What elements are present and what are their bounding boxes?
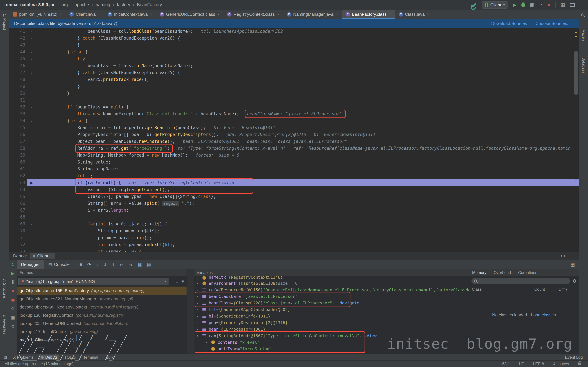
coverage-icon[interactable]: ▣ xyxy=(530,2,535,7)
monitor-icon[interactable] xyxy=(570,3,575,7)
layout-settings-icon[interactable]: ▦ xyxy=(571,262,575,267)
breadcrumb-item[interactable]: apache xyxy=(75,2,89,7)
variable-row[interactable]: ▸pda = {PropertyDescriptor[2]@1316} xyxy=(194,319,469,326)
expand-chevron-icon[interactable]: ▸ xyxy=(197,321,202,325)
tab-debugger[interactable]: Debugger xyxy=(17,260,44,269)
toolwindow-button[interactable]: TODO xyxy=(62,355,78,360)
editor-tab[interactable]: CClass.java× xyxy=(395,10,433,19)
expand-chevron-icon[interactable]: ▸ xyxy=(197,276,202,280)
force-step-into-icon[interactable]: ↧ xyxy=(103,262,107,267)
fold-marker-icon[interactable]: ∨ xyxy=(27,69,36,76)
fold-marker-icon[interactable]: ∨ xyxy=(27,49,36,55)
breadcrumb-item[interactable]: naming xyxy=(96,2,110,7)
tab-close-icon[interactable]: × xyxy=(217,12,220,17)
close-icon[interactable]: × xyxy=(50,254,53,258)
search-icon[interactable] xyxy=(581,13,584,17)
step-over-icon[interactable]: ↷ xyxy=(87,262,91,267)
variable-row[interactable]: ▸nameCtx = {RegistryContext@1146} xyxy=(194,276,469,280)
editor-tab[interactable]: CInitialContext.java× xyxy=(104,10,156,19)
toolwindow-button[interactable]: Terminal xyxy=(81,355,101,360)
fold-marker-icon[interactable]: ∨ xyxy=(27,35,36,42)
pause-icon[interactable]: Ⅱ xyxy=(12,280,14,285)
event-log-button[interactable]: Event Log xyxy=(565,355,584,360)
lock-icon[interactable] xyxy=(578,363,581,365)
tab-close-icon[interactable]: × xyxy=(427,12,429,17)
resume-icon[interactable]: ▶ xyxy=(11,271,15,276)
evaluate-expression-icon[interactable]: ▦ xyxy=(137,262,142,267)
run-config-dropdown[interactable]: Client ▾ xyxy=(482,1,508,8)
download-sources-link[interactable]: Download Sources xyxy=(491,21,527,26)
stop-icon[interactable]: ■ xyxy=(12,289,14,294)
editor-tab[interactable]: CBeanFactory.class× xyxy=(342,10,395,19)
fold-marker-icon[interactable]: ∨ xyxy=(27,55,36,62)
stop-icon[interactable]: ■ xyxy=(547,2,550,7)
view-breakpoints-icon[interactable]: ◉ xyxy=(11,297,15,302)
variable-row[interactable]: ▸fcontents = "x=eval" xyxy=(194,339,469,346)
variable-row[interactable]: ▸beanClass = {Class@1228} "class javax.e… xyxy=(194,300,469,306)
step-into-icon[interactable]: ↓ xyxy=(96,262,99,267)
expand-chevron-icon[interactable]: ▸ xyxy=(197,294,202,298)
editor-scrollbar[interactable] xyxy=(574,51,578,95)
choose-sources-link[interactable]: Choose Sources... xyxy=(536,21,571,26)
run-to-cursor-icon[interactable]: ↦ xyxy=(129,262,132,267)
step-out-icon[interactable]: ↑ xyxy=(112,262,115,267)
breadcrumb-item[interactable]: org xyxy=(61,2,68,7)
code-editor[interactable]: 41∨ beanClass = tcl.loadClass(beanClassN… xyxy=(9,28,579,252)
debug-bug-icon[interactable] xyxy=(521,3,525,7)
editor-tab[interactable]: mpom.xml (vulnTest2)× xyxy=(9,10,66,19)
error-stripe-mark[interactable] xyxy=(575,32,577,33)
toolwindow-button[interactable]: Build xyxy=(103,355,117,360)
rerun-icon[interactable]: ↻ xyxy=(11,262,15,267)
code-area[interactable]: 41∨ beanClass = tcl.loadClass(beanClassN… xyxy=(9,28,579,252)
variable-row[interactable]: ▸ref = {ResourceRef@1150} "ResourceRef[c… xyxy=(194,287,469,293)
editor-tab[interactable]: CClient.java× xyxy=(66,10,104,19)
expand-chevron-icon[interactable]: ▸ xyxy=(197,281,202,285)
variable-row[interactable]: ▾ra = {StringRefAddr@1367} "Type: forceS… xyxy=(194,333,469,339)
breadcrumb-item[interactable]: BeanFactory xyxy=(137,2,162,7)
variable-row[interactable]: ▸faddrType = "forceString" xyxy=(194,346,469,352)
mute-breakpoints-icon[interactable]: ⊘ xyxy=(11,306,15,311)
expand-chevron-icon[interactable]: ▸ xyxy=(197,314,202,318)
stack-frame-row[interactable]: lookup:138, RegistryContext(com.sun.jndi… xyxy=(17,311,187,319)
stack-frame-row[interactable]: main:1, Client(org.example) xyxy=(17,336,187,344)
expand-chevron-icon[interactable]: ▾ xyxy=(197,334,202,338)
expand-chevron-icon[interactable]: ▸ xyxy=(205,340,211,344)
file-encoding[interactable]: UTF-8 xyxy=(533,362,544,366)
tab-overhead[interactable]: Overhead xyxy=(494,270,511,275)
toolwindow-button[interactable]: 6: Problems xyxy=(10,355,36,360)
debug-session-tab[interactable]: Client × xyxy=(30,253,55,259)
thread-dump-icon[interactable]: ▣ xyxy=(11,315,15,320)
window-switcher-icon[interactable]: ▦ xyxy=(4,355,8,360)
expand-chevron-icon[interactable]: ▸ xyxy=(197,301,202,305)
tab-close-icon[interactable]: × xyxy=(150,12,152,17)
toolwindow-button-structure[interactable]: 7: Structure xyxy=(2,279,7,298)
variable-row[interactable]: ▸bean = {ELProcessor@1361} xyxy=(194,326,469,333)
stack-frame-row[interactable]: decodeObject:499, RegistryContext(com.su… xyxy=(17,303,187,311)
toolwindow-button-favorites[interactable]: 2: Favorites xyxy=(2,315,7,334)
fold-marker-icon[interactable]: ∨ xyxy=(27,221,36,227)
variable-row[interactable]: ▸beanClassName = "javax.el.ELProcessor" xyxy=(194,293,469,300)
editor-tab[interactable]: CGenericURLContext.class× xyxy=(156,10,224,19)
expand-chevron-icon[interactable]: ▸ xyxy=(197,308,202,311)
column-class[interactable]: Class xyxy=(469,287,532,292)
memory-search-input[interactable] xyxy=(472,278,570,284)
error-stripe-mark[interactable] xyxy=(575,179,577,180)
line-ending[interactable]: LF xyxy=(519,362,524,366)
expand-chevron-icon[interactable]: ▸ xyxy=(197,288,202,292)
expand-chevron-icon[interactable]: ▸ xyxy=(197,327,202,331)
gear-icon[interactable]: ⚙ xyxy=(572,278,577,284)
tab-close-icon[interactable]: × xyxy=(98,12,100,17)
fold-marker-icon[interactable]: ∨ xyxy=(27,28,36,35)
breadcrumb-item[interactable]: tomcat-catalina-8.5.0.jar xyxy=(4,2,55,7)
filter-frames-icon[interactable]: ▼ xyxy=(181,279,185,284)
stack-frame-row[interactable]: getObjectInstance:155, BeanFactory(org.a… xyxy=(17,287,187,295)
fold-marker-icon[interactable]: ∨ xyxy=(27,117,36,124)
gear-icon[interactable]: ⚙ xyxy=(561,253,565,259)
next-frame-icon[interactable]: ↓ xyxy=(176,279,178,284)
column-diff[interactable]: Diff ▾ xyxy=(556,287,579,292)
column-count[interactable]: Count xyxy=(532,287,556,292)
load-classes-link[interactable]: Load classes xyxy=(531,312,556,317)
tab-console[interactable]: ▤ Console xyxy=(44,260,74,269)
tab-close-icon[interactable]: × xyxy=(389,12,391,17)
thread-dropdown[interactable]: ⚑ "main"@1 in group "main": RUNNING ▾ xyxy=(18,278,168,285)
